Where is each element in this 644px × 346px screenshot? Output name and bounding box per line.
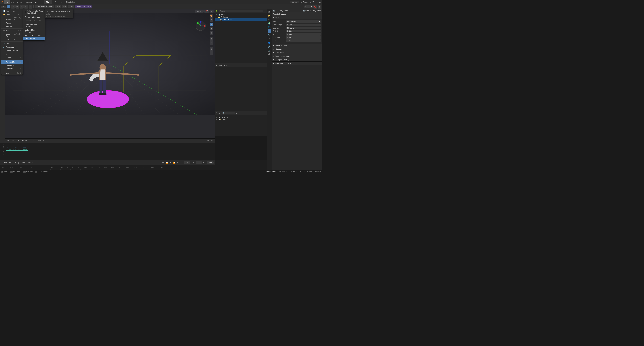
te-view[interactable]: View — [4, 140, 10, 142]
te-syntax-icon[interactable]: Aa — [210, 140, 214, 142]
start-frame-input[interactable] — [196, 161, 202, 164]
props-render-icon[interactable]: 🎬 — [268, 10, 271, 14]
vp-solid-icon[interactable]: ◼ — [210, 23, 213, 26]
te-line-wrap-icon[interactable]: ⬡ — [206, 140, 210, 142]
vp-xray-icon[interactable]: ⊡ — [210, 41, 213, 45]
outliner-item-camera[interactable]: 📷 Cam:full_render — [215, 19, 267, 21]
dopesheet-filter-icon[interactable]: ▼ — [236, 112, 238, 114]
props-output-icon[interactable]: 📁 — [268, 14, 271, 17]
menu-item-defaults[interactable]: Defaults › — [1, 67, 23, 70]
menu-item-external-data[interactable]: External Data › — [1, 60, 23, 64]
type-value[interactable]: Perspective ▾ — [286, 20, 321, 23]
proportional-icon[interactable]: ◎ — [318, 5, 322, 9]
props-world-icon[interactable]: 🌐 — [268, 26, 271, 29]
tab-shading[interactable]: Shading — [52, 0, 64, 4]
scale-tool[interactable]: ⤡ — [24, 5, 28, 9]
vp-overlay-icon[interactable]: ⊕ — [210, 37, 213, 41]
tl-playback[interactable]: Playback — [3, 162, 12, 164]
te-edit[interactable]: Edit — [16, 140, 20, 142]
menu-item-import[interactable]: ⬆ Import › — [1, 53, 23, 56]
props-camera-header[interactable]: ► Camera — [272, 47, 322, 51]
tl-keying[interactable]: Keying — [13, 162, 20, 164]
te-text[interactable]: Text — [10, 140, 15, 142]
props-object-icon[interactable]: ◻ — [268, 30, 271, 33]
retopoflow-btn[interactable]: RetopoFlow 3.1.0 ▾ — [75, 5, 92, 8]
menu-help[interactable]: Help — [34, 0, 40, 4]
menu-item-save-copy[interactable]: Save Copy... — [1, 38, 23, 41]
vp-snap[interactable]: 🧲 — [204, 10, 209, 13]
timeline-ruler[interactable]: 80 100 140 180 220 260 300 320 340 360 3… — [0, 165, 214, 170]
object-mode-btn[interactable]: Object Mode ▾ — [35, 5, 48, 8]
current-frame-input[interactable] — [184, 161, 190, 164]
auto-pack-checkbox[interactable] — [25, 11, 26, 13]
props-particles-icon[interactable]: ✳ — [268, 37, 271, 41]
vp-transform[interactable]: ⊕ — [210, 10, 214, 13]
outliner-item-collection[interactable]: 📁 Collection — [215, 16, 267, 19]
menu-window[interactable]: Window — [25, 0, 34, 4]
tl-jump-end-btn[interactable]: ⏭ — [177, 161, 179, 164]
menu-item-recover[interactable]: Recover › — [1, 25, 23, 28]
ext-unpack-all[interactable]: Unpack All Into Files — [23, 19, 44, 22]
props-scene-icon[interactable]: 🌍 — [268, 22, 271, 25]
menu-item-new[interactable]: 📄 New Ctrl N › — [1, 9, 23, 13]
outliner-filter-icon[interactable]: ▼ — [264, 10, 266, 12]
ctrl-t-btn[interactable]: Ctrl T — [1, 6, 6, 8]
menu-item-data-previews[interactable]: Data Previews › — [1, 49, 23, 52]
menu-item-append[interactable]: 🔗 Append... — [1, 45, 23, 49]
magnet-icon[interactable]: 🧲 — [313, 5, 317, 9]
tl-play-btn[interactable]: ▶ — [169, 161, 172, 164]
props-material-icon[interactable]: ⬤ — [268, 53, 271, 56]
props-constraints-icon[interactable]: 🔗 — [268, 45, 271, 48]
object-btn[interactable]: Object — [68, 5, 74, 8]
menu-item-open-recent[interactable]: Open Recent Shift Ctrl O › — [1, 16, 23, 21]
vp-render-icon[interactable]: ◉ — [210, 31, 213, 35]
shift-x-value[interactable]: 0.000 — [286, 30, 321, 33]
dopesheet-search[interactable] — [222, 112, 235, 114]
focal-length-value[interactable]: 50 mm — [286, 24, 321, 26]
ext-pack-all[interactable]: Pack All Into .blend — [23, 16, 44, 19]
clip-start-value[interactable]: 0.001 m — [286, 36, 321, 39]
menu-item-link[interactable]: 🔗 Link... — [1, 42, 23, 45]
vp-wireframe-icon[interactable]: ⬡ — [210, 18, 213, 22]
tl-marker[interactable]: Marker — [27, 162, 34, 164]
outliner-search[interactable] — [219, 10, 263, 12]
props-dof-header[interactable]: ► Depth of Field — [272, 44, 322, 47]
cursor-tool[interactable]: ⊕ — [7, 5, 10, 8]
rotate-tool[interactable]: ↻ — [20, 5, 24, 9]
vp-look-dev-icon[interactable]: ◑ — [210, 27, 213, 31]
move-tool[interactable]: ✛ — [16, 5, 19, 9]
outliner-item-scene[interactable]: ▼ 🌍 Scene — [215, 14, 267, 16]
tab-main[interactable]: Main — [44, 0, 52, 4]
menu-edit[interactable]: Edit — [10, 0, 16, 4]
tl-step-back-btn[interactable]: ⏪ — [166, 161, 168, 164]
menu-file[interactable]: File — [4, 0, 10, 4]
ext-find-missing[interactable]: Find Missing Files — [23, 37, 44, 41]
props-modifier-icon[interactable]: 🔧 — [268, 33, 271, 37]
te-templates[interactable]: Templates — [36, 140, 45, 142]
clip-end-value[interactable]: 1000 m — [286, 40, 321, 42]
ext-report-missing[interactable]: Report Missing Files — [23, 34, 44, 37]
props-view-layer-icon[interactable]: 👁 — [268, 18, 271, 21]
tl-jump-start-btn[interactable]: ⏮ — [162, 161, 164, 164]
vp-material-icon[interactable]: 🎨 — [210, 14, 213, 18]
transform-tool[interactable]: ⊕ — [28, 5, 32, 9]
vp-zoom-in[interactable]: + — [210, 47, 213, 51]
tl-view[interactable]: View — [21, 162, 26, 164]
props-physics-icon[interactable]: 🔵 — [268, 41, 271, 44]
lens-unit-value[interactable]: Millimeters ▾ — [286, 27, 321, 29]
menu-item-revert[interactable]: Revert — [1, 21, 23, 25]
menu-item-quit[interactable]: Quit Ctrl Q — [1, 71, 23, 75]
props-viewport-display-header[interactable]: ► Viewport Display — [272, 58, 322, 61]
props-data-icon[interactable]: 📷 — [268, 49, 271, 52]
menu-item-export[interactable]: ⬇ Export › — [1, 56, 23, 60]
view-btn[interactable]: View — [48, 5, 54, 8]
select-box-tool[interactable]: ⊡ — [11, 5, 15, 9]
menu-item-save[interactable]: 💾 Save Ctrl S — [1, 29, 23, 32]
add-btn[interactable]: Add — [62, 5, 67, 8]
tl-step-forward-btn[interactable]: ⏩ — [173, 161, 176, 164]
props-custom-props-header[interactable]: ► Custom Properties — [272, 62, 322, 65]
ext-auto-pack[interactable]: Automatically Pack Into .blend — [23, 9, 44, 15]
te-select[interactable]: Select — [21, 140, 28, 142]
global-btn[interactable]: Global ▾ — [304, 5, 313, 8]
options-button[interactable]: Options ▾ — [290, 1, 300, 3]
